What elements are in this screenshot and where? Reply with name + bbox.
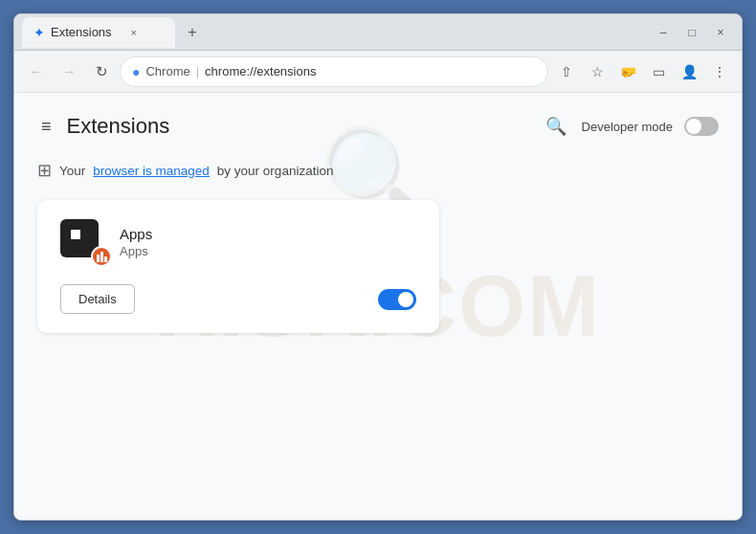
extensions-button[interactable]: 🤛 (613, 57, 642, 86)
sidebar-button[interactable]: ▭ (644, 57, 673, 86)
address-divider: | (196, 64, 199, 78)
extensions-list: Apps Apps Details (14, 190, 742, 356)
browser-window: ✦ Extensions × + – □ × ← → ↻ ● Chrome | … (13, 13, 743, 521)
extension-enabled-toggle[interactable] (378, 289, 416, 310)
tab-puzzle-icon: ✦ (33, 25, 45, 40)
svg-rect-1 (71, 230, 80, 239)
chrome-icon: ● (132, 64, 140, 79)
address-text: Chrome | chrome://extensions (145, 64, 316, 78)
forward-button[interactable]: → (55, 57, 83, 86)
extension-info: Apps Apps (60, 219, 416, 265)
reload-button[interactable]: ↻ (87, 57, 116, 86)
dev-mode-toggle[interactable] (684, 117, 719, 136)
address-bar[interactable]: ● Chrome | chrome://extensions (120, 56, 548, 87)
extension-card: Apps Apps Details (37, 200, 439, 333)
svg-rect-2 (97, 255, 100, 262)
new-tab-button[interactable]: + (179, 19, 206, 46)
nav-actions: ⇧ ☆ 🤛 ▭ 👤 ⋮ (552, 57, 734, 86)
minimize-button[interactable]: – (650, 22, 677, 43)
menu-button[interactable]: ⋮ (705, 57, 734, 86)
maximize-button[interactable]: □ (678, 22, 705, 43)
bookmark-button[interactable]: ☆ (583, 57, 611, 86)
managed-icon: ⊞ (37, 160, 52, 181)
tab-close-button[interactable]: × (125, 24, 143, 41)
extension-badge-icon (91, 246, 112, 267)
svg-rect-4 (104, 256, 107, 262)
site-name: Chrome (145, 64, 189, 78)
active-tab[interactable]: ✦ Extensions × (22, 17, 175, 48)
managed-text-before: Your (59, 164, 85, 178)
extension-footer: Details (60, 284, 416, 314)
nav-bar: ← → ↻ ● Chrome | chrome://extensions ⇧ ☆… (14, 51, 742, 93)
tab-title: Extensions (51, 25, 112, 39)
title-wrap: ≡ Extensions (37, 113, 169, 141)
close-button[interactable]: × (707, 22, 734, 43)
extensions-header: ≡ Extensions 🔍 Developer mode (14, 93, 742, 150)
extension-description: Apps (120, 244, 152, 258)
window-controls: – □ × (650, 22, 734, 43)
extension-icon-wrap (60, 219, 106, 265)
extension-name: Apps (120, 226, 152, 242)
share-button[interactable]: ⇧ (552, 57, 581, 86)
profile-button[interactable]: 👤 (675, 57, 703, 86)
managed-notice: ⊞ Your browser is managed by your organi… (14, 150, 742, 190)
extension-text: Apps Apps (120, 226, 152, 258)
details-button[interactable]: Details (60, 284, 135, 314)
dev-mode-label: Developer mode (582, 120, 673, 134)
managed-link[interactable]: browser is managed (93, 164, 210, 178)
back-button[interactable]: ← (22, 57, 51, 86)
page-content: 🔍 RISK.COM ≡ Extensions 🔍 Developer mode… (14, 93, 742, 520)
search-button[interactable]: 🔍 (542, 112, 570, 141)
page-title: Extensions (67, 114, 170, 139)
hamburger-button[interactable]: ≡ (37, 113, 56, 141)
managed-text-after: by your organization (217, 164, 334, 178)
apps-icon-svg (67, 226, 92, 251)
header-right: 🔍 Developer mode (542, 112, 719, 141)
url-text: chrome://extensions (205, 64, 316, 78)
title-bar: ✦ Extensions × + – □ × (14, 14, 742, 51)
svg-rect-3 (100, 252, 103, 262)
